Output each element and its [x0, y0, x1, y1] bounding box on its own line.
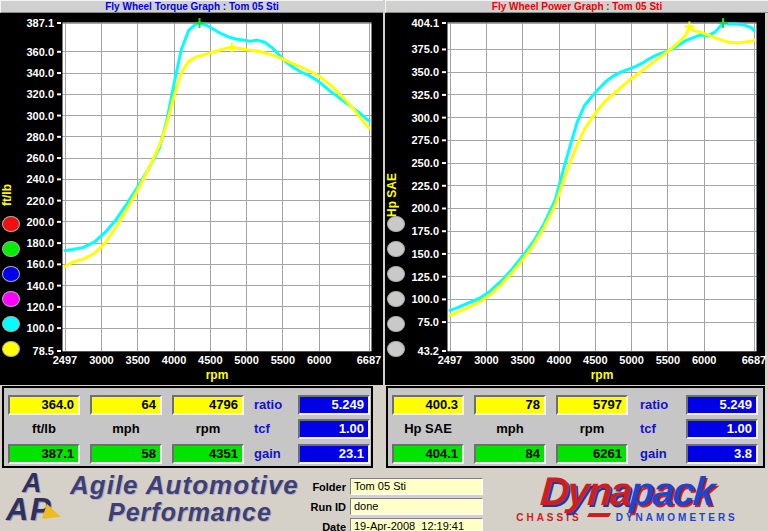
run-select-button-1[interactable] — [387, 216, 405, 232]
x-tick-label: 5500 — [263, 354, 303, 366]
y-tick-label: 220.0 — [2, 195, 54, 207]
x-tick-label: 6000 — [684, 354, 724, 366]
x-tick-label: 4500 — [190, 354, 230, 366]
power-chart-title-bar: Fly Wheel Power Graph : Tom 05 Sti — [385, 0, 768, 13]
footer: A A P Agile Automotive Performance L.L.C… — [0, 470, 768, 531]
x-tick-label: 4500 — [575, 354, 615, 366]
run-select-button-6[interactable] — [2, 341, 20, 357]
run-select-button-3[interactable] — [387, 266, 405, 282]
tcf-label: tcf — [254, 421, 300, 436]
power-unit-label: Hp SAE — [392, 421, 464, 436]
run-select-button-5[interactable] — [387, 316, 405, 332]
dynapack-logo: Dynapack CHASSIS DYNAMOMETERS — [488, 470, 766, 530]
torque-tcf-box: 1.00 — [298, 419, 370, 439]
power-peak-rpm-box: 6261 — [556, 444, 628, 464]
y-tick-label: 325.0 — [387, 89, 439, 101]
agile-line1: Agile Automotive — [70, 472, 300, 499]
y-tick-label: 200.0 — [387, 202, 439, 214]
run-select-button-2[interactable] — [387, 241, 405, 257]
run-select-button-3[interactable] — [2, 266, 20, 282]
y-tick-label: 340.0 — [2, 67, 54, 79]
power-chart-area: Hp SAE rpm 404.1375.0350.0325.0300.0275.… — [385, 13, 765, 385]
red-swoosh-icon — [587, 513, 611, 517]
torque-cursor-mph-box: 64 — [90, 395, 162, 415]
y-tick-label: 280.0 — [2, 131, 54, 143]
run-select-button-4[interactable] — [387, 291, 405, 307]
power-x-axis-label: rpm — [447, 368, 757, 382]
y-tick-label: 350.0 — [387, 66, 439, 78]
torque-chart-title: Fly Wheel Torque Graph : Tom 05 Sti — [105, 1, 279, 12]
power-gain-box: 3.8 — [686, 444, 758, 464]
agile-logo-text: Agile Automotive Performance L.L.C. — [70, 472, 300, 531]
mph-label: mph — [90, 421, 162, 436]
rpm-label: rpm — [172, 421, 244, 436]
runid-label: Run ID — [300, 501, 346, 513]
run-select-button-4[interactable] — [2, 291, 20, 307]
folder-input[interactable]: Tom 05 Sti — [350, 478, 483, 495]
y-tick-label: 275.0 — [387, 134, 439, 146]
dynamometers-text: DYNAMOMETERS — [616, 512, 738, 523]
date-label: Date — [300, 521, 346, 531]
x-tick-label: 6000 — [299, 354, 339, 366]
x-tick-label: 6687 — [734, 354, 768, 366]
folder-label: Folder — [300, 481, 346, 493]
torque-chart-panel: Fly Wheel Torque Graph : Tom 05 Sti ft/l… — [0, 0, 383, 385]
power-tcf-box: 1.00 — [686, 419, 758, 439]
y-tick-label: 250.0 — [387, 157, 439, 169]
dynapack-wordmark: Dynapack — [487, 470, 768, 512]
ratio-label: ratio — [254, 397, 300, 412]
mph-label: mph — [474, 421, 546, 436]
tcf-label: tcf — [640, 421, 686, 436]
y-tick-label: 300.0 — [2, 110, 54, 122]
agile-monogram: A A P — [6, 472, 68, 528]
y-tick-label: 225.0 — [387, 180, 439, 192]
torque-ratio-box: 5.249 — [298, 395, 370, 415]
runid-input[interactable]: done — [350, 498, 483, 515]
x-tick-label: 2497 — [430, 354, 470, 366]
ratio-label: ratio — [640, 397, 686, 412]
power-plot[interactable] — [441, 16, 763, 358]
power-chart-panel: Fly Wheel Power Graph : Tom 05 Sti Hp SA… — [385, 0, 768, 385]
charts-row: Fly Wheel Torque Graph : Tom 05 Sti ft/l… — [0, 0, 768, 385]
power-peak-value-box: 404.1 — [392, 444, 464, 464]
dynapack-subtitle: CHASSIS DYNAMOMETERS — [488, 512, 766, 523]
y-tick-label: 360.0 — [2, 46, 54, 58]
x-tick-label: 3000 — [466, 354, 506, 366]
folder-field-row: Folder Tom 05 Sti — [300, 478, 486, 495]
torque-peak-mph-box: 58 — [90, 444, 162, 464]
power-chart-title: Fly Wheel Power Graph : Tom 05 Sti — [492, 1, 662, 12]
x-tick-label: 4000 — [154, 354, 194, 366]
power-peak-mph-box: 84 — [474, 444, 546, 464]
torque-chart-title-bar: Fly Wheel Torque Graph : Tom 05 Sti — [0, 0, 383, 13]
x-tick-label: 5500 — [648, 354, 688, 366]
monogram-letter-a: A — [6, 492, 28, 528]
readout-row: 364.0 64 4796 ratio 5.249 ft/lb mph rpm … — [0, 386, 768, 468]
x-tick-label: 3500 — [118, 354, 158, 366]
torque-readout-panel: 364.0 64 4796 ratio 5.249 ft/lb mph rpm … — [2, 386, 373, 468]
power-readout-panel: 400.3 78 5797 ratio 5.249 Hp SAE mph rpm… — [386, 386, 765, 468]
date-input[interactable]: 19-Apr-2008 12:19:41 — [350, 518, 483, 531]
torque-plot[interactable] — [56, 16, 378, 358]
run-select-button-1[interactable] — [2, 216, 20, 232]
run-info-fields: Folder Tom 05 Sti Run ID done Date 19-Ap… — [300, 478, 486, 531]
x-tick-label: 6687 — [349, 354, 389, 366]
x-tick-label: 3000 — [81, 354, 121, 366]
power-cursor-rpm-box: 5797 — [556, 395, 628, 415]
x-tick-label: 5000 — [612, 354, 652, 366]
torque-cursor-value-box: 364.0 — [8, 395, 80, 415]
run-select-button-5[interactable] — [2, 316, 20, 332]
runid-field-row: Run ID done — [300, 498, 486, 515]
run-select-button-2[interactable] — [2, 241, 20, 257]
gain-label: gain — [254, 446, 300, 461]
y-tick-label: 300.0 — [387, 112, 439, 124]
y-tick-label: 320.0 — [2, 88, 54, 100]
torque-unit-label: ft/lb — [8, 421, 80, 436]
run-select-button-6[interactable] — [387, 341, 405, 357]
torque-peak-value-box: 387.1 — [8, 444, 80, 464]
x-tick-label: 4000 — [539, 354, 579, 366]
agile-performance-text: Performance — [108, 498, 272, 526]
agile-automotive-logo: A A P Agile Automotive Performance L.L.C… — [4, 472, 300, 530]
x-tick-label: 2497 — [45, 354, 85, 366]
y-tick-label: 404.1 — [387, 17, 439, 29]
torque-gain-box: 23.1 — [298, 444, 370, 464]
